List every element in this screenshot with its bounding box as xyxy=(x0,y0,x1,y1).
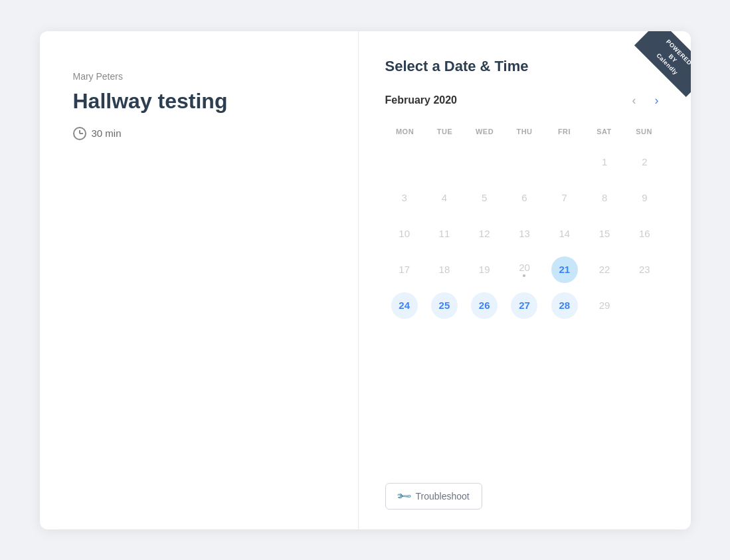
left-panel: Mary Peters Hallway testing 30 min xyxy=(40,31,359,529)
cal-cell-empty xyxy=(505,145,543,179)
host-name: Mary Peters xyxy=(73,71,325,82)
cal-day-26[interactable]: 26 xyxy=(471,292,498,319)
cal-day-16: 16 xyxy=(631,221,658,247)
cal-day-18: 18 xyxy=(431,256,458,283)
calendar-header: February 2020 ‹ › xyxy=(385,91,664,110)
cal-day-20: 20 xyxy=(511,256,537,283)
troubleshoot-button[interactable]: 🔧 Troubleshoot xyxy=(385,483,482,510)
cal-day-7: 7 xyxy=(551,185,578,211)
days-header: MON TUE WED THU FRI SAT SUN xyxy=(385,124,664,140)
cal-cell-6: 6 xyxy=(505,181,543,215)
cal-cell-15: 15 xyxy=(585,217,624,251)
duration-row: 30 min xyxy=(73,127,325,140)
cal-day-10: 10 xyxy=(391,221,418,247)
cal-day-3: 3 xyxy=(391,185,418,211)
cal-cell-25[interactable]: 25 xyxy=(425,288,464,323)
day-header-mon: MON xyxy=(385,124,425,140)
day-header-tue: TUE xyxy=(425,124,465,140)
cal-day-8: 8 xyxy=(591,185,618,211)
cal-cell-1: 1 xyxy=(585,145,624,179)
cal-cell-4: 4 xyxy=(425,181,464,215)
cal-cell-24[interactable]: 24 xyxy=(385,288,424,323)
cal-cell-17: 17 xyxy=(385,252,424,287)
cal-cell-20: 20 xyxy=(505,252,543,287)
cal-day-13: 13 xyxy=(511,221,537,247)
cal-day-25[interactable]: 25 xyxy=(431,292,458,319)
cal-day-24[interactable]: 24 xyxy=(391,292,418,319)
event-title: Hallway testing xyxy=(73,88,325,114)
cal-cell-5: 5 xyxy=(465,181,503,215)
cal-cell-9: 9 xyxy=(625,181,664,215)
cal-cell-7: 7 xyxy=(545,181,584,215)
cal-cell-29: 29 xyxy=(585,288,624,323)
cal-cell-27[interactable]: 27 xyxy=(505,288,543,323)
clock-icon xyxy=(73,127,86,140)
main-card: Mary Peters Hallway testing 30 min POWER… xyxy=(40,31,691,529)
cal-cell-28[interactable]: 28 xyxy=(545,288,584,323)
cal-day-5: 5 xyxy=(471,185,498,211)
day-header-wed: WED xyxy=(465,124,505,140)
cal-day-22: 22 xyxy=(591,256,618,283)
calendar-grid: MON TUE WED THU FRI SAT SUN 1 2 3 4 xyxy=(385,124,664,323)
cal-cell-empty xyxy=(425,145,464,179)
cal-cell-14: 14 xyxy=(545,217,584,251)
calendar-body: 1 2 3 4 5 6 7 8 9 10 11 12 13 14 15 16 1… xyxy=(385,145,664,323)
cal-day-4: 4 xyxy=(431,185,458,211)
cal-cell-19: 19 xyxy=(465,252,503,287)
cal-day-28[interactable]: 28 xyxy=(551,292,578,319)
cal-cell-2: 2 xyxy=(625,145,664,179)
powered-by-badge: POWERED BY Calendly xyxy=(624,31,691,98)
cal-day-17: 17 xyxy=(391,256,418,283)
cal-day-9: 9 xyxy=(631,185,658,211)
troubleshoot-label: Troubleshoot xyxy=(416,491,470,502)
right-panel: POWERED BY Calendly Select a Date & Time… xyxy=(359,31,691,529)
cal-cell-16: 16 xyxy=(625,217,664,251)
cal-cell-13: 13 xyxy=(505,217,543,251)
cal-cell-empty xyxy=(385,145,424,179)
day-header-thu: THU xyxy=(505,124,545,140)
cal-day-11: 11 xyxy=(431,221,458,247)
day-header-sat: SAT xyxy=(585,124,624,140)
cal-cell-23: 23 xyxy=(625,252,664,287)
cal-day-1: 1 xyxy=(591,149,618,175)
cal-cell-empty-end xyxy=(625,288,664,323)
cal-cell-10: 10 xyxy=(385,217,424,251)
cal-cell-12: 12 xyxy=(465,217,503,251)
month-year: February 2020 xyxy=(385,94,458,106)
cal-cell-18: 18 xyxy=(425,252,464,287)
cal-cell-empty xyxy=(545,145,584,179)
cal-day-12: 12 xyxy=(471,221,498,247)
cal-cell-empty xyxy=(465,145,503,179)
cal-day-15: 15 xyxy=(591,221,618,247)
cal-cell-21[interactable]: 21 xyxy=(545,252,584,287)
cal-cell-11: 11 xyxy=(425,217,464,251)
cal-day-2: 2 xyxy=(631,149,658,175)
cal-day-19: 19 xyxy=(471,256,498,283)
duration-label: 30 min xyxy=(92,128,122,139)
day-header-fri: FRI xyxy=(545,124,585,140)
cal-day-27[interactable]: 27 xyxy=(511,292,537,319)
section-title: Select a Date & Time xyxy=(385,58,664,75)
cal-day-6: 6 xyxy=(511,185,537,211)
wrench-icon: 🔧 xyxy=(395,487,412,504)
day-header-sun: SUN xyxy=(624,124,664,140)
powered-by-text: POWERED BY Calendly xyxy=(634,31,691,97)
cal-cell-22: 22 xyxy=(585,252,624,287)
cal-day-21[interactable]: 21 xyxy=(551,256,578,283)
cal-cell-26[interactable]: 26 xyxy=(465,288,503,323)
cal-day-14: 14 xyxy=(551,221,578,247)
cal-day-23: 23 xyxy=(631,256,658,283)
cal-cell-3: 3 xyxy=(385,181,424,215)
cal-cell-8: 8 xyxy=(585,181,624,215)
troubleshoot-section: 🔧 Troubleshoot xyxy=(385,463,664,510)
cal-day-29: 29 xyxy=(591,292,618,319)
